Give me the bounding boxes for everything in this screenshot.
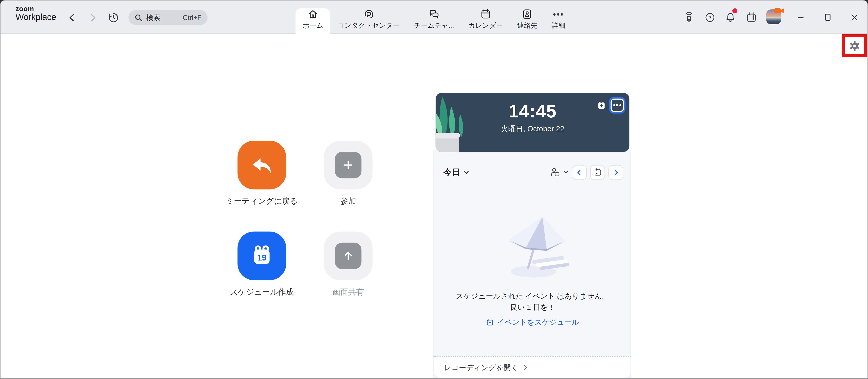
maximize-icon bbox=[823, 13, 832, 22]
schedule-event-link[interactable]: イベントをスケジュール bbox=[486, 318, 579, 327]
empty-line-2: 良い 1 日を！ bbox=[438, 302, 627, 313]
contacts-card-icon bbox=[522, 8, 533, 20]
maximize-button[interactable] bbox=[819, 9, 836, 25]
schedule-button[interactable]: 19 bbox=[238, 232, 286, 280]
share-screen-button[interactable] bbox=[324, 232, 372, 280]
minimize-icon bbox=[796, 13, 805, 21]
empty-state-text: スケジュールされた イベント はありません。 良い 1 日を！ bbox=[438, 291, 627, 313]
svg-text:19: 19 bbox=[257, 253, 267, 262]
svg-text:?: ? bbox=[708, 14, 711, 20]
avatar[interactable] bbox=[766, 9, 781, 24]
calendar-19-icon: 19 bbox=[249, 243, 275, 269]
chevron-right-icon bbox=[523, 365, 529, 371]
main-tab-bar: ホーム コンタクトセンター bbox=[296, 1, 572, 34]
open-recordings-row[interactable]: レコーディングを開く bbox=[433, 356, 631, 379]
contact-center-headset-icon bbox=[363, 8, 374, 20]
today-dropdown[interactable]: 今日 bbox=[443, 167, 469, 177]
home-content: ミーティングに戻る 参加 19 スケジュール作成 画面共有 bbox=[1, 34, 868, 378]
join-label: 参加 bbox=[293, 196, 403, 207]
help-icon: ? bbox=[704, 11, 715, 23]
prev-day-button[interactable] bbox=[572, 165, 587, 180]
team-chat-bubbles-icon bbox=[428, 8, 440, 20]
history-clock-icon bbox=[108, 12, 119, 23]
search-input[interactable]: 検索 Ctrl+F bbox=[128, 10, 208, 25]
help-button[interactable]: ? bbox=[703, 10, 717, 24]
side-panel-button[interactable] bbox=[744, 10, 758, 24]
app-root: zoom Workplace 検索 Ctrl+F bbox=[0, 0, 868, 379]
back-to-meeting-button[interactable] bbox=[238, 141, 286, 190]
close-button[interactable] bbox=[846, 9, 862, 25]
panel-calendar-icon bbox=[745, 11, 757, 23]
tab-home[interactable]: ホーム bbox=[296, 8, 331, 34]
gear-icon bbox=[848, 39, 861, 52]
title-bar: zoom Workplace 検索 Ctrl+F bbox=[1, 1, 868, 34]
logo-workplace-text: Workplace bbox=[16, 13, 56, 22]
calendar-today-icon bbox=[593, 168, 602, 177]
tab-contacts[interactable]: 連絡先 bbox=[510, 5, 545, 34]
calendar-plus-icon bbox=[597, 101, 606, 109]
chevron-down-icon bbox=[463, 169, 469, 175]
back-button[interactable] bbox=[65, 10, 79, 25]
schedule-event-link-label: イベントをスケジュール bbox=[497, 318, 579, 327]
add-to-calendar-button[interactable] bbox=[597, 101, 606, 109]
schedule-toolbar: 今日 bbox=[443, 165, 623, 180]
next-day-button[interactable] bbox=[608, 165, 623, 180]
today-label: 今日 bbox=[443, 167, 460, 177]
device-icon bbox=[683, 11, 694, 23]
tab-contact-center[interactable]: コンタクトセンター bbox=[331, 5, 407, 34]
notifications-button[interactable] bbox=[723, 10, 737, 24]
chevron-left-icon bbox=[576, 169, 583, 176]
tab-label: 詳細 bbox=[552, 21, 565, 30]
search-icon bbox=[134, 13, 142, 21]
dot bbox=[616, 105, 618, 106]
clock-date: 火曜日, October 22 bbox=[436, 124, 629, 134]
more-dots-icon: ••• bbox=[553, 8, 564, 20]
availability-filter-dropdown[interactable] bbox=[550, 167, 568, 178]
settings-annotation-highlight bbox=[842, 34, 867, 57]
chevron-right-icon bbox=[89, 13, 98, 22]
chevron-left-icon bbox=[68, 13, 76, 22]
calendar-plus-icon bbox=[486, 319, 494, 326]
widget-more-button[interactable] bbox=[611, 98, 624, 112]
tab-calendar[interactable]: カレンダー bbox=[461, 5, 510, 34]
tab-label: ホーム bbox=[303, 21, 323, 30]
chevron-down-icon bbox=[563, 169, 568, 175]
zoom-workplace-logo: zoom Workplace bbox=[16, 5, 56, 22]
dot bbox=[613, 105, 615, 106]
search-shortcut: Ctrl+F bbox=[183, 13, 202, 21]
history-button[interactable] bbox=[106, 10, 121, 25]
search-placeholder: 検索 bbox=[146, 12, 160, 22]
connect-device-button[interactable] bbox=[682, 10, 696, 24]
forward-button[interactable] bbox=[86, 10, 100, 25]
chevron-right-icon bbox=[612, 169, 619, 176]
reply-arrow-icon bbox=[249, 152, 275, 178]
in-meeting-camera-badge bbox=[774, 7, 784, 14]
close-icon bbox=[850, 13, 858, 21]
person-filter-icon bbox=[550, 167, 561, 178]
tab-label: チームチャ... bbox=[414, 21, 454, 30]
tab-more[interactable]: ••• 詳細 bbox=[545, 5, 572, 34]
empty-line-1: スケジュールされた イベント はありません。 bbox=[438, 291, 627, 302]
tab-label: コンタクトセンター bbox=[338, 21, 400, 30]
tab-label: カレンダー bbox=[468, 21, 503, 30]
join-button[interactable] bbox=[324, 141, 372, 190]
settings-button[interactable] bbox=[848, 39, 861, 52]
minimize-button[interactable] bbox=[792, 9, 809, 25]
home-icon bbox=[307, 8, 319, 20]
open-recordings-label: レコーディングを開く bbox=[444, 363, 518, 373]
goto-today-button[interactable] bbox=[590, 165, 605, 180]
empty-schedule-state: スケジュールされた イベント はありません。 良い 1 日を！ イベントをスケジ… bbox=[438, 210, 627, 328]
tab-team-chat[interactable]: チームチャ... bbox=[407, 5, 461, 34]
tab-label: 連絡先 bbox=[517, 21, 537, 30]
logo-zoom-text: zoom bbox=[16, 5, 56, 12]
notification-badge bbox=[733, 8, 737, 13]
zoom-workplace-window: zoom Workplace 検索 Ctrl+F bbox=[0, 0, 868, 379]
calendar-icon bbox=[480, 8, 491, 20]
clock-widget-card: 14:45 火曜日, October 22 bbox=[436, 93, 629, 152]
beach-umbrella-illustration bbox=[494, 210, 571, 281]
dot bbox=[620, 105, 621, 106]
clock-card-actions bbox=[597, 98, 624, 112]
plus-icon bbox=[335, 152, 362, 178]
up-arrow-icon bbox=[335, 243, 362, 269]
share-screen-label: 画面共有 bbox=[293, 287, 403, 297]
